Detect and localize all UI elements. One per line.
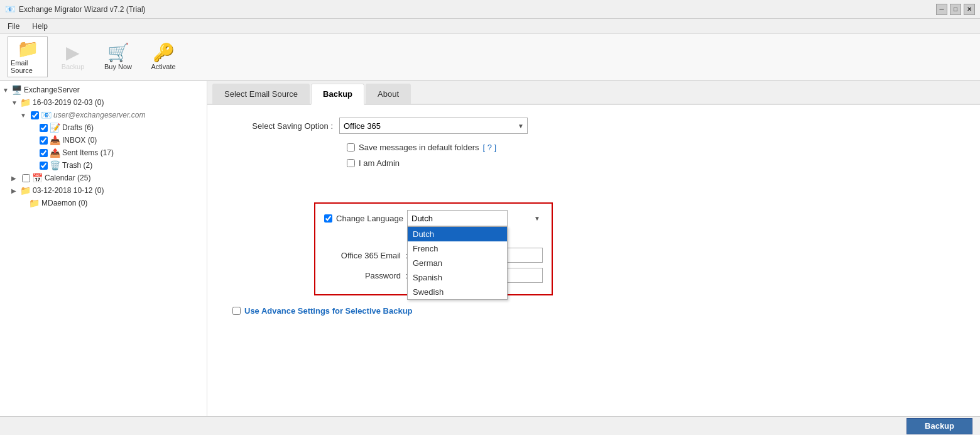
folder2-icon: 📁 — [20, 185, 31, 195]
saving-option-select[interactable]: Office 365 — [339, 118, 528, 134]
menu-help[interactable]: Help — [30, 21, 50, 32]
calendar-expand-icon[interactable]: ▶ — [11, 175, 20, 182]
folder-icon: 📁 — [20, 97, 31, 107]
backup-icon: ▶ — [66, 44, 80, 62]
email-source-label: Email Source — [11, 59, 45, 74]
save-default-checkbox[interactable] — [347, 143, 355, 151]
tree-folder-1[interactable]: ▼ 📁 16-03-2019 02-03 (0) — [0, 96, 207, 109]
calendar-icon: 📅 — [32, 173, 43, 183]
app-icon: 📧 — [5, 4, 15, 14]
folder2-expand-icon[interactable]: ▶ — [11, 187, 20, 194]
tab-content-backup: Select Saving Option : Office 365 ▼ Save… — [207, 105, 980, 416]
advance-settings-link[interactable]: Use Advance Settings for Selective Backu… — [244, 306, 413, 316]
drafts-icon: 📝 — [50, 123, 60, 133]
lang-option-swedish[interactable]: Swedish — [408, 285, 507, 299]
activate-label: Activate — [151, 63, 175, 70]
tab-backup[interactable]: Backup — [311, 84, 364, 105]
buy-now-icon: 🛒 — [107, 44, 129, 62]
drafts-label: Drafts (6) — [62, 123, 94, 132]
saving-option-row: Select Saving Option : Office 365 ▼ — [226, 118, 961, 134]
tab-select-email-source[interactable]: Select Email Source — [212, 84, 310, 104]
password-label: Password — [324, 271, 406, 280]
tree-calendar[interactable]: ▶ 📅 Calendar (25) — [0, 172, 207, 184]
language-overlay: Change Language Dutch ▼ Dutch French Ger… — [314, 202, 553, 295]
email-account-label: user@exchangeserver.com — [53, 111, 145, 119]
trash-icon: 🗑️ — [50, 160, 60, 170]
activate-button[interactable]: 🔑 Activate — [143, 36, 183, 77]
help-link[interactable]: [ ? ] — [483, 143, 497, 152]
office365-email-label: Office 365 Email — [324, 251, 406, 260]
i-am-admin-label: I am Admin — [359, 158, 400, 168]
lang-option-french[interactable]: French — [408, 241, 507, 256]
language-select[interactable]: Dutch — [407, 210, 508, 226]
backup-toolbar-label: Backup — [62, 63, 85, 70]
inbox-label: INBOX (0) — [62, 136, 97, 145]
folder2-label: 03-12-2018 10-12 (0) — [33, 186, 104, 195]
tree-inbox[interactable]: 📥 INBOX (0) — [0, 134, 207, 146]
email-source-button[interactable]: 📁 Email Source — [8, 36, 48, 77]
sidebar: ▼ 🖥️ ExchangeServer ▼ 📁 16-03-2019 02-03… — [0, 81, 207, 416]
tab-bar: Select Email Source Backup About — [207, 81, 980, 105]
email-source-icon: 📁 — [17, 40, 39, 58]
tab-about[interactable]: About — [366, 84, 411, 104]
change-language-row: Change Language Dutch ▼ Dutch French Ger… — [324, 210, 543, 226]
language-select-wrapper: Dutch ▼ Dutch French German Spanish Swed… — [407, 210, 543, 226]
language-dropdown: Dutch French German Spanish Swedish — [407, 226, 508, 300]
maximize-button[interactable]: □ — [950, 4, 961, 15]
sent-icon: 📤 — [50, 148, 60, 158]
email-checkbox[interactable] — [31, 111, 39, 119]
root-expand-icon[interactable]: ▼ — [3, 87, 11, 94]
toolbar: 📁 Email Source ▶ Backup 🛒 Buy Now 🔑 Acti… — [0, 34, 980, 81]
menu-file[interactable]: File — [5, 21, 22, 32]
i-am-admin-row: I am Admin — [226, 158, 961, 168]
save-default-row: Save messages in default folders [ ? ] — [226, 143, 961, 152]
tree-folder-2[interactable]: ▶ 📁 03-12-2018 10-12 (0) — [0, 184, 207, 197]
backup-bottom-button[interactable]: Backup — [906, 418, 972, 434]
inbox-icon: 📥 — [50, 135, 60, 145]
lang-select-arrow: ▼ — [534, 215, 540, 222]
drafts-checkbox[interactable] — [40, 124, 48, 132]
saving-option-label: Select Saving Option : — [226, 121, 339, 131]
sent-checkbox[interactable] — [40, 149, 48, 157]
minimize-button[interactable]: ─ — [936, 4, 947, 15]
change-language-checkbox[interactable] — [324, 214, 332, 223]
window-title: Exchange Migrator Wizard v7.2 (Trial) — [19, 5, 975, 14]
tree-drafts[interactable]: 📝 Drafts (6) — [0, 121, 207, 134]
change-language-label: Change Language — [336, 214, 403, 223]
saving-option-select-wrapper: Office 365 ▼ — [339, 118, 528, 134]
tree-email-account[interactable]: ▼ 📧 user@exchangeserver.com — [0, 109, 207, 121]
calendar-label: Calendar (25) — [45, 173, 90, 182]
activate-icon: 🔑 — [153, 44, 175, 62]
calendar-checkbox[interactable] — [22, 174, 30, 182]
root-label: ExchangeServer — [24, 85, 80, 94]
bottom-bar: Backup — [0, 416, 980, 435]
advance-settings-row: Use Advance Settings for Selective Backu… — [226, 306, 961, 316]
email-expand-icon[interactable]: ▼ — [20, 112, 29, 119]
advance-settings-checkbox[interactable] — [232, 307, 241, 315]
buy-now-label: Buy Now — [104, 63, 132, 70]
email-account-icon: 📧 — [41, 110, 52, 120]
trash-label: Trash (2) — [62, 161, 92, 170]
folder1-label: 16-03-2019 02-03 (0) — [33, 98, 104, 107]
backup-toolbar-button[interactable]: ▶ Backup — [53, 36, 93, 77]
lang-option-dutch[interactable]: Dutch — [408, 227, 507, 241]
tree-root[interactable]: ▼ 🖥️ ExchangeServer — [0, 84, 207, 96]
server-icon: 🖥️ — [11, 85, 22, 95]
window-controls: ─ □ ✕ — [936, 4, 975, 15]
trash-checkbox[interactable] — [40, 162, 48, 170]
tree-mdaemon[interactable]: 📁 MDaemon (0) — [0, 197, 207, 209]
sent-label: Sent Items (17) — [62, 148, 114, 157]
menu-bar: File Help — [0, 19, 980, 34]
save-default-label: Save messages in default folders — [359, 143, 479, 152]
tree-sent-items[interactable]: 📤 Sent Items (17) — [0, 146, 207, 159]
inbox-checkbox[interactable] — [40, 136, 48, 145]
tree-trash[interactable]: 🗑️ Trash (2) — [0, 159, 207, 172]
close-button[interactable]: ✕ — [964, 4, 975, 15]
lang-option-spanish[interactable]: Spanish — [408, 270, 507, 285]
lang-option-german[interactable]: German — [408, 256, 507, 270]
i-am-admin-checkbox[interactable] — [347, 159, 355, 167]
mdaemon-icon: 📁 — [29, 198, 40, 208]
buy-now-button[interactable]: 🛒 Buy Now — [98, 36, 138, 77]
title-bar: 📧 Exchange Migrator Wizard v7.2 (Trial) … — [0, 0, 980, 19]
folder1-expand-icon[interactable]: ▼ — [11, 99, 20, 106]
